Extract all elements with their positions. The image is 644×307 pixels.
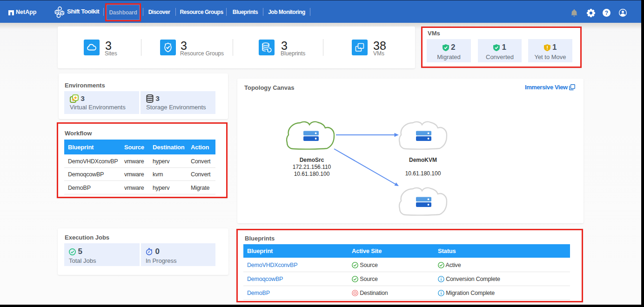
svg-text:DemoSrc: DemoSrc — [300, 157, 324, 163]
svg-text:10.61.180.100: 10.61.180.100 — [294, 171, 330, 177]
svg-text:?: ? — [605, 10, 608, 16]
svg-text:10.61.180.100: 10.61.180.100 — [405, 170, 441, 177]
svg-text:DemoKVM: DemoKVM — [409, 157, 437, 163]
svg-text:172.21.156.110: 172.21.156.110 — [293, 164, 331, 170]
